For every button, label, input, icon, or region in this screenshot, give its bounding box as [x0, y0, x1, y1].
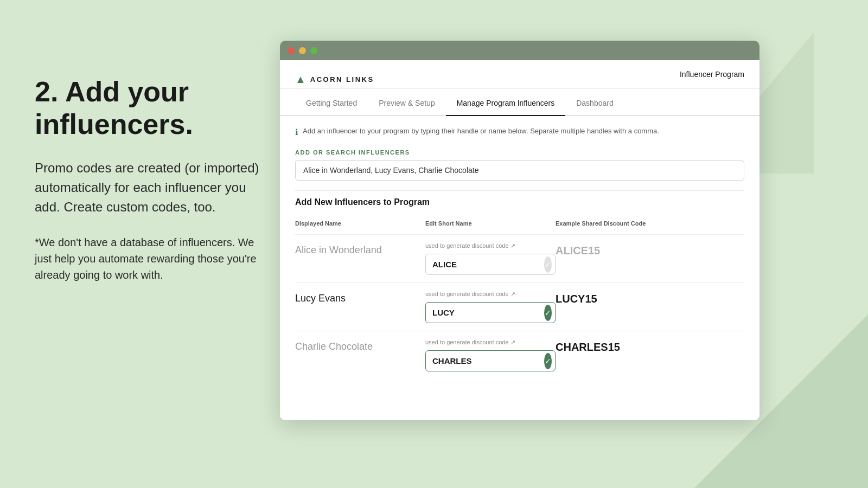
- browser-titlebar: [280, 41, 760, 60]
- column-headers: Displayed Name Edit Short Name Example S…: [295, 220, 744, 234]
- short-name-sub-1: used to generate discount code ↗: [425, 242, 556, 249]
- displayed-name-2: Lucy Evans: [295, 293, 425, 304]
- info-banner: ℹ Add an influencer to your program by t…: [295, 127, 744, 137]
- short-name-wrapper-1: ✓: [425, 254, 556, 275]
- logo-text: ACORN LINKS: [310, 75, 374, 84]
- short-name-wrapper-3: ✓: [425, 350, 556, 371]
- search-input[interactable]: [295, 160, 744, 181]
- short-name-wrapper-2: ✓: [425, 302, 556, 323]
- col-header-displayed-name: Displayed Name: [295, 220, 425, 227]
- check-icon-3: ✓: [544, 353, 552, 369]
- add-section-title: Add New Influencers to Program: [295, 190, 744, 213]
- tab-dashboard[interactable]: Dashboard: [565, 91, 624, 116]
- browser-window: ▲ ACORN LINKS Influencer Program Getting…: [280, 41, 760, 420]
- header-right: Influencer Program: [680, 70, 744, 88]
- short-name-input-2[interactable]: [426, 303, 544, 323]
- discount-code-3: CHARLES15: [556, 341, 686, 354]
- short-name-input-3[interactable]: [426, 351, 544, 371]
- influencer-row-3: Charlie Chocolate used to generate disco…: [295, 331, 744, 379]
- short-name-sub-2: used to generate discount code ↗: [425, 291, 556, 298]
- traffic-light-yellow[interactable]: [299, 47, 306, 54]
- discount-code-2: LUCY15: [556, 293, 686, 305]
- tab-getting-started[interactable]: Getting Started: [295, 91, 368, 116]
- app-header: ▲ ACORN LINKS Influencer Program: [280, 60, 760, 89]
- check-icon-1: ✓: [544, 256, 552, 273]
- left-body: Promo codes are created (or imported) au…: [35, 158, 263, 217]
- tabs-bar: Getting Started Preview & Setup Manage P…: [280, 91, 760, 116]
- left-note: *We don't have a database of influencers…: [35, 234, 263, 283]
- col-header-example-code: Example Shared Discount Code: [556, 220, 686, 227]
- tab-preview-setup[interactable]: Preview & Setup: [368, 91, 446, 116]
- check-icon-2: ✓: [544, 305, 552, 321]
- left-heading: 2. Add your influencers.: [35, 76, 263, 141]
- info-icon: ℹ: [295, 127, 298, 137]
- traffic-light-red[interactable]: [288, 47, 295, 54]
- short-name-sub-3: used to generate discount code ↗: [425, 339, 556, 346]
- search-section-label: ADD OR SEARCH INFLUENCERS: [295, 149, 744, 156]
- displayed-name-1: Alice in Wonderland: [295, 245, 425, 256]
- col-header-edit-short-name: Edit Short Name: [425, 220, 556, 227]
- tab-manage-influencers[interactable]: Manage Program Influencers: [446, 91, 566, 116]
- info-text: Add an influencer to your program by typ…: [303, 127, 659, 135]
- traffic-light-green[interactable]: [310, 47, 317, 54]
- short-name-input-1[interactable]: [426, 254, 544, 274]
- browser-content: ▲ ACORN LINKS Influencer Program Getting…: [280, 60, 760, 420]
- logo-icon: ▲: [295, 73, 306, 86]
- app-logo: ▲ ACORN LINKS: [295, 73, 374, 86]
- displayed-name-3: Charlie Chocolate: [295, 341, 425, 352]
- main-content: ℹ Add an influencer to your program by t…: [280, 116, 760, 390]
- influencer-row-2: Lucy Evans used to generate discount cod…: [295, 282, 744, 331]
- discount-code-1: ALICE15: [556, 245, 686, 257]
- left-panel: 2. Add your influencers. Promo codes are…: [35, 76, 263, 283]
- influencer-row-1: Alice in Wonderland used to generate dis…: [295, 234, 744, 282]
